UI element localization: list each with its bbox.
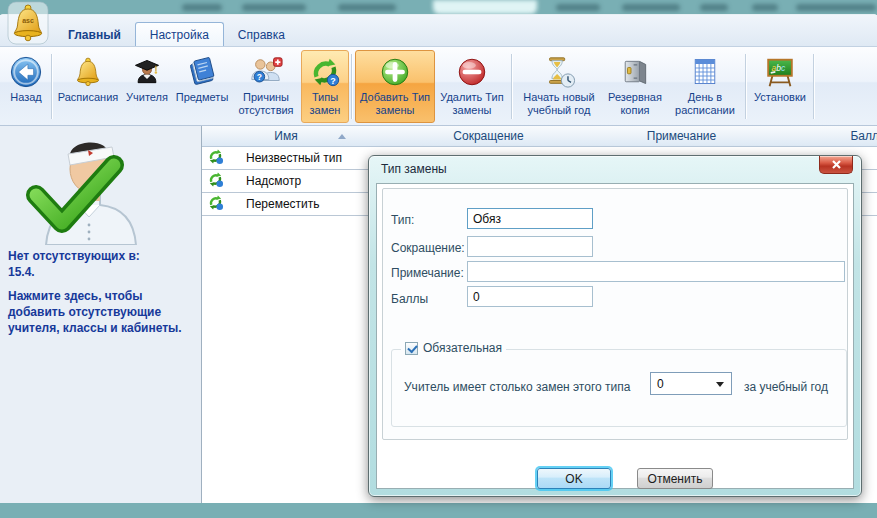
recycle-question-icon: ? — [308, 53, 342, 91]
mandatory-group-box: Обязательная Учитель имеет столько замен… — [391, 349, 847, 427]
absence-sidebar[interactable]: Нет отсутствующих в: 15.4. Нажмите здесь… — [0, 126, 202, 503]
teachers-button[interactable]: Учителя — [121, 50, 173, 123]
column-header-note[interactable]: Примечание — [559, 126, 804, 146]
toolbar-separator — [511, 54, 513, 119]
toolbar-label: Расписания — [58, 91, 118, 104]
hourglass-clock-icon — [542, 53, 576, 91]
toolbar-label: Удалить Тип замены — [438, 91, 506, 117]
substitution-type-icon — [207, 148, 224, 168]
abbreviation-label: Сокращение: — [391, 241, 465, 255]
remove-minus-icon — [455, 53, 489, 91]
tab-settings[interactable]: Настройка — [135, 22, 224, 46]
calendar-grid-icon — [689, 53, 721, 91]
substitution-type-dialog: Тип замены Тип: Сокращение: Примечание: … — [368, 155, 862, 497]
asc-bell-logo[interactable]: asc — [7, 1, 49, 48]
type-label: Тип: — [391, 213, 414, 227]
sort-ascending-icon — [338, 134, 346, 139]
points-label: Баллы — [391, 292, 428, 306]
quota-dropdown[interactable]: 0 — [650, 372, 732, 395]
quota-value: 0 — [657, 377, 664, 391]
bell-icon — [72, 53, 104, 91]
row-name: Неизвестный тип — [246, 151, 342, 165]
toolbar-label: Начать новый учебный год — [518, 91, 600, 117]
close-icon — [832, 160, 841, 169]
close-button[interactable] — [819, 156, 853, 174]
table-header: Имя Сокращение Примечание Баллы — [202, 126, 877, 147]
column-label: Имя — [274, 129, 297, 143]
dialog-form-panel: Тип: Сокращение: Примечание: Баллы Обяза… — [382, 188, 848, 440]
toolbar-label: Назад — [10, 91, 42, 104]
toolbar-label: Типы замен — [304, 91, 346, 117]
substitution-type-icon — [207, 194, 224, 214]
cancel-button[interactable]: Отменить — [637, 468, 713, 489]
column-label: Примечание — [647, 129, 716, 143]
dialog-body: Тип: Сокращение: Примечание: Баллы Обяза… — [376, 183, 854, 489]
dialog-title: Тип замены — [381, 162, 447, 176]
toolbar-label: Добавить Тип замены — [358, 91, 432, 117]
background-browser-tab — [433, 0, 537, 14]
row-name: Надсмотр — [246, 174, 301, 188]
background-blur — [556, 4, 600, 11]
note-label: Примечание: — [391, 266, 464, 280]
background-blur — [752, 4, 778, 11]
new-school-year-button[interactable]: Начать новый учебный год — [515, 50, 603, 123]
points-input[interactable] — [467, 286, 593, 307]
column-label: Сокращение — [453, 129, 523, 143]
background-blur — [182, 4, 222, 11]
column-label: Баллы — [850, 129, 877, 143]
quota-suffix: за учебный год — [744, 380, 828, 394]
ribbon-toolbar: Назад Расписания — [0, 47, 877, 126]
column-header-abbreviation[interactable]: Сокращение — [418, 126, 559, 146]
add-absentees-hint[interactable]: Нажмите здесь, чтобы добавить отсутствую… — [8, 288, 188, 336]
timetables-button[interactable]: Расписания — [55, 50, 121, 123]
desktop: Главный Настройка Справка Назад — [0, 0, 877, 518]
teacher-icon — [131, 53, 163, 91]
substitution-types-button[interactable]: ? Типы замен — [301, 50, 349, 123]
toolbar-label: Причины отсутствия — [234, 91, 298, 117]
add-substitution-type-button[interactable]: Добавить Тип замены — [355, 50, 435, 123]
day-in-timetable-button[interactable]: День в расписании — [667, 50, 743, 123]
toolbar-label: Учителя — [126, 91, 168, 104]
note-input[interactable] — [467, 261, 845, 282]
options-button[interactable]: abc Установки — [749, 50, 811, 123]
background-blur — [338, 4, 396, 11]
toolbar-separator — [813, 54, 815, 119]
toolbar-separator — [745, 54, 747, 119]
book-icon — [186, 53, 218, 91]
svg-text:abc: abc — [772, 63, 786, 73]
absence-reasons-button[interactable]: ? Причины отсутствия — [231, 50, 301, 123]
add-plus-icon — [378, 53, 412, 91]
type-input[interactable] — [467, 208, 593, 229]
delete-substitution-type-button[interactable]: Удалить Тип замены — [435, 50, 509, 123]
toolbar-separator — [51, 54, 53, 119]
mandatory-checkbox-label: Обязательная — [423, 341, 502, 355]
column-header-points[interactable]: Баллы — [804, 126, 877, 146]
column-header-name[interactable]: Имя — [202, 126, 418, 146]
tab-main[interactable]: Главный — [54, 23, 135, 46]
tab-help[interactable]: Справка — [224, 23, 299, 46]
toolbar-label: Резервная копия — [606, 91, 664, 117]
chevron-down-icon — [716, 382, 724, 387]
ok-button[interactable]: OK — [537, 468, 611, 489]
chalkboard-icon: abc — [763, 53, 797, 91]
back-button[interactable]: Назад — [3, 50, 49, 123]
background-blur — [622, 4, 680, 11]
backup-button[interactable]: Резервная копия — [603, 50, 667, 123]
mandatory-checkbox[interactable] — [405, 342, 418, 355]
absence-people-icon: ? — [249, 53, 283, 91]
status-line-1: Нет отсутствующих в: — [8, 248, 140, 264]
status-line-2: 15.4. — [8, 264, 140, 280]
toolbar-label: День в расписании — [670, 91, 740, 117]
toolbar-separator — [351, 54, 353, 119]
abbreviation-input[interactable] — [467, 236, 593, 257]
subjects-button[interactable]: Предметы — [173, 50, 231, 123]
logo-text: asc — [22, 17, 34, 24]
no-absentees-status: Нет отсутствующих в: 15.4. — [8, 248, 140, 280]
toolbar-label: Установки — [754, 91, 806, 104]
safe-icon — [619, 53, 651, 91]
background-blur — [242, 4, 306, 11]
row-name: Переместить — [246, 197, 320, 211]
toolbar-label: Предметы — [176, 91, 229, 104]
injured-person-checkmark-image — [26, 131, 148, 248]
back-icon — [9, 53, 43, 91]
